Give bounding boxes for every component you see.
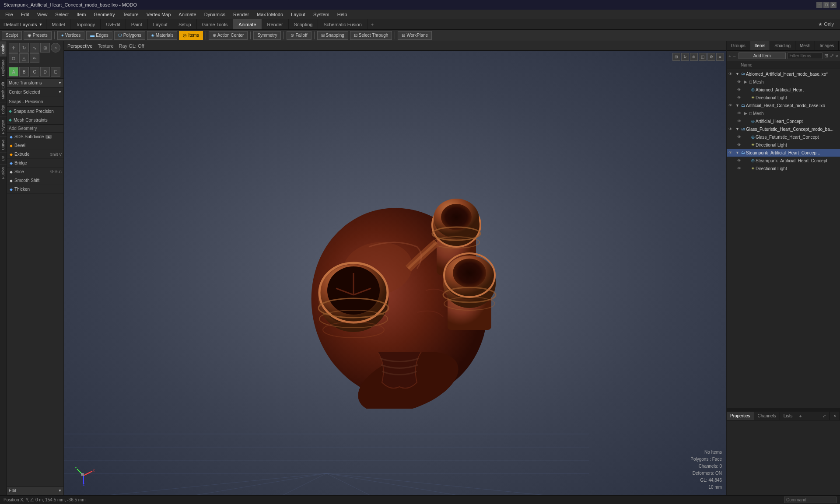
light-row-4[interactable]: 👁 ☀ Directional Light (727, 164, 840, 172)
prop-tab-channels[interactable]: Channels (754, 412, 780, 420)
item-row-glass[interactable]: 👁 ◎ Glass_Futuristic_Heart_Concept (727, 133, 840, 141)
materials-button[interactable]: ◈ Materials (147, 31, 178, 40)
tool-d-icon[interactable]: D (40, 67, 50, 77)
items-button[interactable]: ◎ Items (179, 31, 203, 40)
action-center-button[interactable]: ⊕ Action Center (209, 31, 248, 40)
vp-maximize-icon[interactable]: ⊞ (672, 53, 680, 61)
menu-help[interactable]: Help (334, 11, 351, 18)
tool-c-icon[interactable]: C (30, 67, 39, 77)
geo-slice[interactable]: ◆ Slice Shift-C (7, 168, 63, 176)
tab-topology[interactable]: Topology (70, 19, 101, 29)
tab-render[interactable]: Render (262, 19, 289, 29)
snapping-button[interactable]: ⊞ Snapping (317, 31, 348, 40)
polygons-button[interactable]: ⬡ Polygons (114, 31, 145, 40)
scale-icon[interactable]: ⤡ (30, 43, 39, 52)
mesh-constraints-item[interactable]: ◆ Mesh Constraints (7, 116, 63, 124)
menu-maxtomodo[interactable]: MaxToModo (253, 11, 287, 18)
tri-tool-icon[interactable]: △ (19, 53, 29, 63)
edges-button[interactable]: ▬ Edges (86, 31, 112, 40)
snaps-precision-row[interactable]: Snaps - Precision (7, 97, 63, 107)
vp-settings-icon[interactable]: ⚙ (707, 53, 715, 61)
snaps-precision-item[interactable]: ◆ Snaps and Precision (7, 107, 63, 116)
menu-system[interactable]: System (310, 11, 333, 18)
prop-tab-add-button[interactable]: + (796, 412, 804, 420)
move-icon[interactable]: ✛ (9, 43, 18, 52)
eye-icon-4[interactable]: 👁 (728, 150, 735, 155)
eye-icon-steampunk[interactable]: 👁 (737, 158, 743, 163)
left-tab-fusion[interactable]: Fusion (0, 164, 7, 182)
circle-tool-icon[interactable]: ○ (51, 43, 60, 52)
center-selected-row[interactable]: Center Selected ▼ (7, 88, 63, 97)
viewport-3d[interactable]: ⊞ ↻ ⊕ ◫ ⚙ ≡ X Y Z (64, 51, 726, 495)
items-scrollbar[interactable] (727, 408, 840, 412)
right-tab-items[interactable]: Items (750, 41, 770, 50)
transform-icon[interactable]: ⊞ (40, 43, 50, 52)
geo-sds-subdivide[interactable]: ◆ SDS Subdivide ▲ (7, 133, 63, 141)
item-row-steampunk[interactable]: 👁 ◎ Steampunk_Artificial_Heart_Concept (727, 157, 840, 164)
menu-item[interactable]: Item (73, 11, 89, 18)
presets-button[interactable]: ◉ Presets (24, 31, 52, 40)
left-tab-basic[interactable]: Basic (0, 41, 7, 56)
scene-row-abiomed[interactable]: 👁 ▼ 🗂 Abiomed_Artificial_Heart_modo_base… (727, 70, 840, 78)
left-tab-curve[interactable]: Curve (0, 136, 7, 153)
mesh-row-2[interactable]: 👁 ▶ ◻ Mesh (727, 109, 840, 117)
geo-thicken[interactable]: ◆ Thicken (7, 185, 63, 194)
tab-paint[interactable]: Paint (126, 19, 148, 29)
menu-render[interactable]: Render (230, 11, 252, 18)
geo-extrude[interactable]: ◆ Extrude Shift V (7, 150, 63, 159)
eye-icon-3[interactable]: 👁 (728, 127, 735, 131)
tab-layout[interactable]: Layout (148, 19, 173, 29)
right-tab-groups[interactable]: Groups (727, 41, 750, 50)
item-row-abiomed[interactable]: 👁 ◎ Abiomed_Artificial_Heart (727, 86, 840, 94)
scene-row-steampunk[interactable]: 👁 ▼ 🗂 Steampunk_Artificial_Heart_Concep.… (727, 149, 840, 157)
layout-selector[interactable]: Default Layouts ▼ (4, 22, 42, 27)
minimize-button[interactable]: − (816, 2, 822, 8)
scene-row-glass[interactable]: 👁 ▼ 🗂 Glass_Futuristic_Heart_Concept_mod… (727, 125, 840, 133)
sculpt-button[interactable]: Sculpt (2, 31, 22, 40)
eye-icon-2[interactable]: 👁 (728, 103, 735, 108)
vp-orbit-icon[interactable]: ↻ (681, 53, 689, 61)
vp-view-icon[interactable]: ◫ (699, 53, 707, 61)
menu-geometry[interactable]: Geometry (90, 11, 118, 18)
eye-icon-artificial[interactable]: 👁 (737, 119, 743, 123)
eye-icon-mesh-2[interactable]: 👁 (737, 111, 743, 116)
vp-zoom-icon[interactable]: ⊕ (690, 53, 698, 61)
tab-add-button[interactable]: + (368, 19, 377, 29)
select-through-button[interactable]: ⊡ Select Through (350, 31, 392, 40)
menu-edit[interactable]: Edit (18, 11, 33, 18)
tool-b-icon[interactable]: B (19, 67, 29, 77)
prop-tab-lists[interactable]: Lists (780, 412, 797, 420)
add-item-button[interactable]: Add Item (738, 52, 786, 59)
light-row-1[interactable]: 👁 ☀ Directional Light (727, 94, 840, 102)
eye-icon-1[interactable]: 👁 (728, 72, 735, 76)
menu-file[interactable]: File (2, 11, 17, 18)
command-input[interactable] (784, 497, 836, 503)
rotate-icon[interactable]: ↻ (19, 43, 29, 52)
tab-schematic[interactable]: Schematic Fusion (318, 19, 367, 29)
geo-bridge[interactable]: ◆ Bridge (7, 159, 63, 168)
tool-a-icon[interactable]: A (9, 67, 18, 77)
left-tab-edge[interactable]: Edge (0, 102, 7, 117)
left-tab-uv[interactable]: UV (0, 153, 7, 164)
right-tab-images[interactable]: Images (815, 41, 839, 50)
close-button[interactable]: ✕ (830, 2, 836, 8)
geo-bevel[interactable]: ◆ Bevel (7, 141, 63, 150)
vertices-button[interactable]: ● Vertices (57, 31, 85, 40)
left-tab-polygon[interactable]: Polygon (0, 117, 7, 137)
eye-icon-light-1[interactable]: 👁 (737, 95, 743, 100)
prop-tab-expand-icon[interactable]: ⤢ (819, 412, 830, 420)
square-tool-icon[interactable]: □ (9, 53, 18, 63)
menu-layout[interactable]: Layout (287, 11, 309, 18)
menu-texture[interactable]: Texture (119, 11, 142, 18)
menu-select[interactable]: Select (52, 11, 72, 18)
left-tab-mesh-edit[interactable]: Mesh Edit (0, 79, 7, 102)
tab-uvedit[interactable]: UvEdit (101, 19, 126, 29)
tab-game-tools[interactable]: Game Tools (197, 19, 234, 29)
eye-icon-glass[interactable]: 👁 (737, 135, 743, 139)
eye-icon-abiomed[interactable]: 👁 (737, 88, 743, 92)
symmetry-button[interactable]: Symmetry (253, 31, 281, 40)
item-row-artificial[interactable]: 👁 ◎ Artificial_Heart_Concept (727, 117, 840, 125)
menu-animate[interactable]: Animate (175, 11, 200, 18)
prop-tab-properties[interactable]: Properties (727, 412, 754, 420)
vp-menu-icon[interactable]: ≡ (716, 53, 724, 61)
